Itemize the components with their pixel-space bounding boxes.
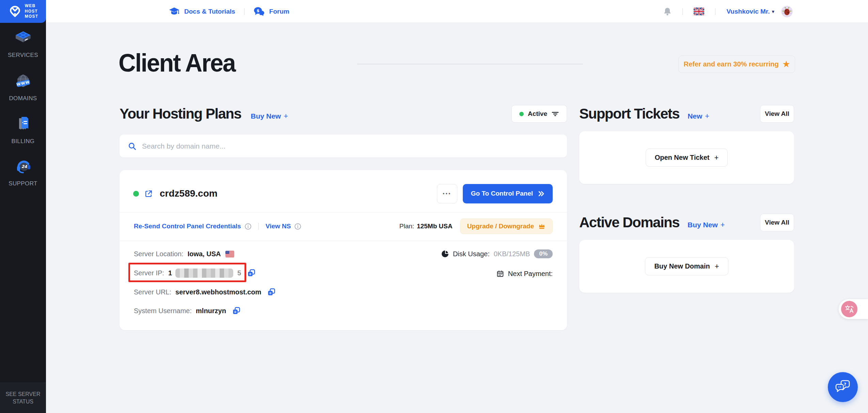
external-link-icon[interactable]: [144, 189, 153, 198]
plan-label: Plan:: [399, 223, 414, 230]
bell-icon[interactable]: [663, 7, 672, 16]
search-input[interactable]: [142, 142, 559, 150]
plus-icon: +: [705, 112, 709, 121]
disk-usage-row: Disk Usage: 0KB/125MB 0%: [441, 249, 553, 259]
info-icon[interactable]: [294, 223, 301, 230]
active-domains-header: Active Domains Buy New+ View All: [579, 213, 794, 232]
more-options-button[interactable]: ●●●: [437, 184, 457, 203]
active-status-dot: [519, 112, 524, 116]
title-divider: [357, 64, 583, 64]
buy-new-plan-link[interactable]: Buy New+: [251, 112, 288, 121]
upgrade-downgrade-button[interactable]: Upgrade / Downgrade: [460, 218, 553, 234]
svg-text:$: $: [256, 8, 259, 13]
crown-icon: [538, 223, 546, 230]
chevron-down-icon: ▾: [772, 9, 774, 15]
sidebar-item-label: SERVICES: [8, 52, 38, 59]
hosting-plans-heading: Your Hosting Plans: [120, 106, 241, 122]
nav-divider: [244, 8, 244, 15]
docs-tutorials-link[interactable]: Docs & Tutorials: [184, 8, 235, 15]
sidebar-item-services[interactable]: SERVICES: [0, 30, 46, 59]
plan-value: 125Mb USA: [417, 223, 453, 230]
plus-icon: +: [714, 153, 719, 162]
forum-link[interactable]: Forum: [269, 8, 289, 15]
us-flag-icon: [225, 251, 234, 257]
calendar-icon: [496, 270, 504, 277]
globe-www-icon: WWW: [14, 73, 33, 92]
copy-icon[interactable]: [247, 269, 255, 277]
topnav-links: Docs & Tutorials $ Forum: [169, 0, 289, 23]
services-stack-icon: [14, 30, 33, 49]
status-filter-button[interactable]: Active: [511, 105, 567, 123]
buy-new-domain-button[interactable]: Buy New Domain +: [645, 257, 728, 275]
hosting-plans-header: Your Hosting Plans Buy New+ Active: [120, 104, 567, 123]
nav-divider: [682, 8, 683, 15]
hosting-plan-card: crdz589.com ●●● Go To Control Panel Re-S…: [120, 170, 567, 330]
translate-icon: [841, 301, 857, 317]
svg-text:?: ?: [844, 382, 847, 387]
double-chevron-right-icon: [538, 190, 545, 197]
server-ip-row: Server IP: 1 5: [134, 268, 255, 278]
disk-usage-badge: 0%: [534, 249, 553, 258]
help-chat-button[interactable]: ?: [828, 372, 858, 402]
system-username-row: System Username: mlnurzyn: [134, 306, 240, 316]
buy-new-domain-link[interactable]: Buy New+: [688, 220, 725, 229]
resend-credentials-link[interactable]: Re-Send Control Panel Credentials: [134, 223, 241, 230]
active-domains-card: Buy New Domain +: [579, 240, 794, 293]
filter-icon: [551, 110, 559, 118]
see-server-status-link[interactable]: SEE SERVER STATUS: [0, 383, 46, 413]
view-ns-link[interactable]: View NS: [266, 223, 291, 230]
more-icon: ●●●: [443, 192, 451, 195]
plan-status-dot: [133, 191, 139, 197]
topbar: Docs & Tutorials $ Forum Vushkovic Mr. ▾: [46, 0, 868, 23]
card-divider: [120, 212, 567, 213]
go-to-control-panel-button[interactable]: Go To Control Panel: [463, 184, 553, 203]
next-payment-row: Next Payment:: [496, 269, 553, 279]
uk-flag-icon[interactable]: [694, 7, 704, 15]
support-tickets-heading: Support Tickets: [579, 106, 679, 122]
plan-domain: crdz589.com: [160, 188, 218, 199]
plus-icon: +: [721, 220, 725, 229]
refer-earn-button[interactable]: Refer and earn 30% recurring ★: [678, 56, 795, 73]
sidebar-item-support[interactable]: 24 SUPPORT: [0, 158, 46, 187]
server-url-row: Server URL: server8.webhostmost.com: [134, 287, 275, 297]
svg-text:24: 24: [21, 164, 27, 169]
star-icon: ★: [783, 60, 790, 69]
topnav-user-area: Vushkovic Mr. ▾: [663, 0, 793, 23]
docs-graduation-cap-icon: [169, 7, 179, 16]
copy-icon[interactable]: [267, 288, 275, 296]
copy-icon[interactable]: [232, 307, 240, 315]
support-tickets-header: Support Tickets New+ View All: [579, 104, 794, 123]
brand-mark-icon: [8, 4, 22, 19]
chat-bubbles-icon: ?: [835, 380, 851, 395]
sidebar: WEB HOST MOST SERVICES WWW DOMAINS BILLI…: [0, 0, 46, 413]
sidebar-item-billing[interactable]: BILLING: [0, 116, 46, 145]
brand-logo[interactable]: WEB HOST MOST: [0, 0, 46, 23]
headset-24-icon: 24: [14, 158, 33, 178]
nav-divider: [715, 8, 715, 15]
view-all-domains-button[interactable]: View All: [760, 214, 794, 231]
translate-widget[interactable]: [839, 299, 868, 319]
support-tickets-card: Open New Ticket +: [579, 131, 794, 184]
plus-icon: +: [284, 112, 288, 121]
search-icon: [128, 142, 137, 151]
user-menu[interactable]: Vushkovic Mr. ▾: [726, 8, 774, 15]
forum-chat-dollar-icon: $: [253, 6, 265, 16]
sidebar-item-domains[interactable]: WWW DOMAINS: [0, 73, 46, 102]
server-location-row: Server Location: Iowa, USA: [134, 249, 234, 259]
page-title: Client Area: [119, 48, 235, 77]
info-icon[interactable]: [244, 223, 252, 230]
active-domains-heading: Active Domains: [579, 214, 679, 231]
open-new-ticket-button[interactable]: Open New Ticket +: [646, 149, 728, 167]
sidebar-item-label: BILLING: [12, 138, 35, 145]
pie-chart-icon: [441, 250, 449, 258]
brand-wordmark: WEB HOST MOST: [25, 3, 38, 19]
domain-search: [120, 135, 567, 157]
user-name: Vushkovic Mr.: [726, 8, 770, 15]
link-divider: [258, 223, 259, 230]
new-ticket-link[interactable]: New+: [688, 112, 709, 121]
sidebar-item-label: DOMAINS: [9, 95, 37, 102]
card-divider: [120, 241, 567, 241]
avatar[interactable]: [781, 6, 793, 17]
view-all-tickets-button[interactable]: View All: [760, 105, 794, 123]
plus-icon: +: [715, 262, 719, 271]
